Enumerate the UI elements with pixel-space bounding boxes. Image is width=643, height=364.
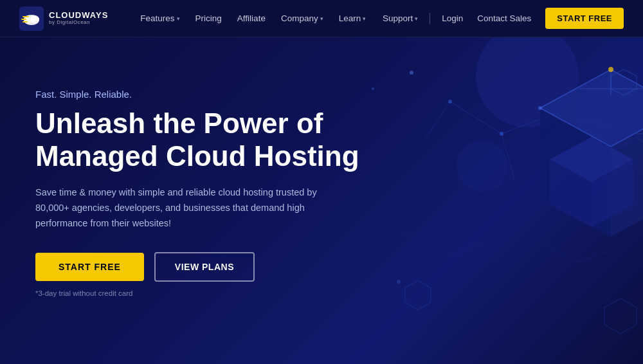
svg-point-22 — [551, 113, 555, 116]
svg-line-25 — [450, 230, 514, 256]
hero-trial-note: *3-day trial without credit card — [35, 289, 359, 297]
svg-marker-30 — [611, 108, 643, 237]
hero-buttons: START FREE VIEW PLANS — [35, 252, 359, 282]
nav-item-pricing[interactable]: Pricing — [189, 10, 228, 27]
svg-marker-43 — [604, 298, 637, 334]
hero-start-free-button[interactable]: START FREE — [35, 253, 144, 281]
nav-item-support[interactable]: Support ▾ — [376, 10, 424, 27]
nav-start-free-button[interactable]: START FREE — [545, 8, 624, 29]
logo-sub: by DigitalOcean — [49, 20, 108, 26]
cloudways-logo-icon — [19, 6, 44, 31]
hero-title: Unleash the Power of Managed Cloud Hosti… — [35, 107, 359, 172]
nav-item-contact[interactable]: Contact Sales — [471, 10, 538, 27]
chevron-down-icon: ▾ — [415, 15, 418, 22]
svg-marker-32 — [550, 137, 633, 182]
nav-right: Support ▾ Login Contact Sales START FREE — [376, 8, 624, 29]
hero-section: Fast. Simple. Reliable. Unleash the Powe… — [0, 37, 643, 364]
svg-marker-41 — [611, 69, 637, 95]
svg-point-12 — [615, 163, 620, 168]
chevron-down-icon: ▾ — [320, 15, 323, 22]
logo-name: CLOUDWAYS — [49, 11, 108, 20]
hero-view-plans-button[interactable]: VIEW PLANS — [154, 252, 255, 282]
svg-point-9 — [457, 140, 508, 192]
chevron-down-icon: ▾ — [363, 15, 366, 22]
logo[interactable]: CLOUDWAYS by DigitalOcean — [19, 6, 108, 31]
svg-line-18 — [502, 134, 514, 179]
svg-marker-29 — [540, 108, 611, 237]
nav-item-learn[interactable]: Learn ▾ — [332, 10, 373, 27]
svg-marker-33 — [550, 159, 592, 227]
svg-line-15 — [502, 114, 553, 134]
navbar: CLOUDWAYS by DigitalOcean Features ▾ Pri… — [0, 0, 643, 37]
svg-point-23 — [590, 145, 593, 149]
svg-point-3 — [30, 15, 39, 23]
hero-tagline: Fast. Simple. Reliable. — [35, 89, 359, 100]
nav-divider — [430, 13, 430, 24]
svg-point-37 — [608, 67, 613, 72]
svg-marker-31 — [540, 69, 643, 147]
svg-line-45 — [637, 137, 643, 147]
svg-line-27 — [579, 243, 630, 262]
nav-item-login[interactable]: Login — [435, 10, 469, 27]
svg-point-7 — [476, 37, 579, 127]
svg-line-19 — [553, 114, 617, 127]
svg-point-10 — [410, 71, 413, 75]
chevron-down-icon: ▾ — [177, 15, 180, 22]
svg-line-14 — [450, 102, 502, 134]
nav-item-affiliate[interactable]: Affiliate — [231, 10, 272, 27]
svg-point-8 — [575, 79, 643, 150]
svg-marker-42 — [405, 280, 431, 310]
hero-description: Save time & money with simple and reliab… — [35, 185, 350, 232]
svg-line-16 — [553, 114, 592, 147]
svg-point-11 — [372, 87, 374, 90]
nav-left: Features ▾ Pricing Affiliate Company ▾ L… — [134, 10, 376, 27]
svg-marker-28 — [540, 69, 643, 147]
svg-point-20 — [448, 100, 452, 104]
svg-marker-34 — [592, 159, 633, 227]
hero-content: Fast. Simple. Reliable. Unleash the Powe… — [35, 89, 359, 297]
svg-line-24 — [399, 230, 450, 256]
svg-point-21 — [500, 132, 503, 136]
svg-point-39 — [538, 106, 542, 110]
svg-line-26 — [514, 230, 579, 262]
svg-point-13 — [397, 280, 401, 284]
nav-item-features[interactable]: Features ▾ — [134, 10, 186, 27]
svg-line-17 — [424, 102, 450, 140]
nav-item-company[interactable]: Company ▾ — [275, 10, 330, 27]
